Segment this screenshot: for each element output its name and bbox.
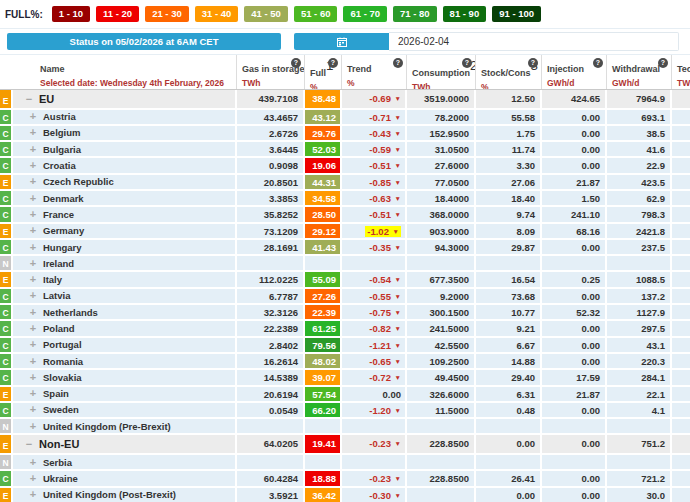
info-icon[interactable]: ?: [593, 58, 603, 68]
trend-value: [342, 256, 407, 272]
expand-icon[interactable]: +: [28, 143, 38, 156]
consumption-value: 326.6000: [407, 387, 476, 403]
country-name-cell[interactable]: +Ukraine: [13, 471, 237, 487]
expand-icon[interactable]: +: [28, 420, 38, 433]
column-header-gas[interactable]: Gas in storage?TWh: [237, 55, 305, 89]
collapse-icon[interactable]: −: [24, 91, 34, 107]
trend-down-icon: ▼: [395, 475, 401, 482]
expand-icon[interactable]: +: [28, 289, 38, 302]
expand-icon[interactable]: +: [28, 456, 38, 469]
calendar-button[interactable]: [294, 33, 389, 50]
injection-value: [542, 419, 607, 435]
expand-icon[interactable]: +: [28, 273, 38, 286]
expand-icon[interactable]: +: [28, 403, 38, 416]
expand-icon[interactable]: +: [28, 208, 38, 221]
stock-cons-value: 14.88: [476, 354, 542, 370]
expand-icon[interactable]: +: [28, 472, 38, 485]
country-name-cell[interactable]: +Czech Republic: [13, 175, 237, 191]
country-name-cell[interactable]: +France: [13, 207, 237, 223]
legend-range-chip[interactable]: 81 - 90: [443, 6, 487, 22]
info-icon[interactable]: ?: [528, 58, 538, 68]
country-name-cell[interactable]: +Sweden: [13, 403, 237, 419]
injection-value: 0.00: [542, 110, 607, 126]
country-name-cell[interactable]: +Germany: [13, 224, 237, 240]
column-header-trend[interactable]: Trend?%: [342, 55, 407, 89]
gas-in-storage-value: 22.2389: [237, 321, 305, 337]
column-header-tech[interactable]: TechTWh: [672, 55, 690, 89]
injection-value: 0.00: [542, 126, 607, 142]
legend-range-chip[interactable]: 31 - 40: [195, 6, 239, 22]
info-icon[interactable]: ?: [393, 58, 403, 68]
legend-range-chip[interactable]: 51 - 60: [294, 6, 338, 22]
expand-icon[interactable]: +: [28, 192, 38, 205]
expand-icon[interactable]: +: [28, 387, 38, 400]
trend-value: -0.23 ▼: [342, 435, 407, 455]
column-header-stock[interactable]: Stock/Cons3?%: [476, 55, 542, 89]
country-name-cell[interactable]: +Ireland: [13, 256, 237, 272]
country-name-cell[interactable]: −EU: [13, 90, 237, 110]
country-name-cell[interactable]: +Denmark: [13, 191, 237, 207]
expand-icon[interactable]: +: [28, 355, 38, 368]
trend-down-icon: ▼: [395, 195, 401, 202]
country-name-cell[interactable]: +Portugal: [13, 338, 237, 354]
expand-icon[interactable]: +: [28, 126, 38, 139]
country-name-cell[interactable]: +United Kingdom (Pre-Brexit): [13, 419, 237, 435]
full-percent-value: 55.09: [305, 272, 342, 288]
legend-range-chip[interactable]: 61 - 70: [343, 6, 387, 22]
status-button[interactable]: Status on 05/02/2026 at 6AM CET: [7, 33, 281, 50]
expand-icon[interactable]: +: [28, 110, 38, 123]
country-name-cell[interactable]: +Romania: [13, 354, 237, 370]
column-header-withdrawal[interactable]: Withdrawal?GWh/d: [607, 55, 672, 89]
expand-icon[interactable]: +: [28, 488, 38, 501]
country-name-cell[interactable]: −Non-EU: [13, 435, 237, 455]
column-header-consumption[interactable]: Consumption2?TWh: [407, 55, 476, 89]
country-name-cell[interactable]: +Croatia: [13, 158, 237, 174]
legend-range-chip[interactable]: 21 - 30: [145, 6, 189, 22]
info-icon[interactable]: ?: [328, 58, 338, 68]
country-name-cell[interactable]: +Austria: [13, 110, 237, 126]
status-badge: C: [0, 126, 13, 142]
column-header-full[interactable]: Full1?%: [305, 55, 342, 89]
column-header-name[interactable]: NameSelected date: Wednesday 4th Februar…: [0, 55, 237, 89]
expand-icon[interactable]: +: [28, 338, 38, 351]
legend-range-chip[interactable]: 91 - 100: [492, 6, 541, 22]
expand-icon[interactable]: +: [28, 306, 38, 319]
stock-cons-value: 0.00: [476, 488, 542, 502]
collapse-icon[interactable]: −: [24, 436, 34, 452]
withdrawal-value: 7964.9: [607, 90, 672, 110]
legend-range-chip[interactable]: 41 - 50: [244, 6, 288, 22]
expand-icon[interactable]: +: [28, 224, 38, 237]
expand-icon[interactable]: +: [28, 159, 38, 172]
country-name-cell[interactable]: +Slovakia: [13, 370, 237, 386]
trend-value: -1.02 ▼: [342, 224, 407, 240]
info-icon[interactable]: ?: [462, 58, 472, 68]
country-name-cell[interactable]: +Latvia: [13, 289, 237, 305]
country-name-cell[interactable]: +Poland: [13, 321, 237, 337]
country-name-cell[interactable]: +Italy: [13, 272, 237, 288]
consumption-value: 228.8500: [407, 471, 476, 487]
column-header-injection[interactable]: Injection?GWh/d: [542, 55, 607, 89]
country-name-cell[interactable]: +Hungary: [13, 240, 237, 256]
legend-range-chip[interactable]: 71 - 80: [393, 6, 437, 22]
country-name-cell[interactable]: +Bulgaria: [13, 142, 237, 158]
expand-icon[interactable]: +: [28, 257, 38, 270]
info-icon[interactable]: ?: [291, 58, 301, 68]
expand-icon[interactable]: +: [28, 241, 38, 254]
legend-range-chip[interactable]: 11 - 20: [96, 6, 139, 22]
country-name-cell[interactable]: +Netherlands: [13, 305, 237, 321]
full-percent-value: 48.02: [305, 354, 342, 370]
country-name: Portugal: [43, 338, 82, 351]
legend-range-chip[interactable]: 1 - 10: [52, 6, 90, 22]
country-name-cell[interactable]: +Spain: [13, 387, 237, 403]
trend-number: -0.23: [369, 438, 391, 449]
country-name-cell[interactable]: +United Kingdom (Post-Brexit): [13, 488, 237, 502]
expand-icon[interactable]: +: [28, 371, 38, 384]
country-name-cell[interactable]: +Serbia: [13, 455, 237, 471]
trend-down-icon: ▼: [395, 325, 401, 332]
country-name-cell[interactable]: +Belgium: [13, 126, 237, 142]
date-input[interactable]: [389, 32, 679, 51]
info-icon[interactable]: ?: [658, 58, 668, 68]
expand-icon[interactable]: +: [28, 175, 38, 188]
country-name: Spain: [43, 387, 69, 400]
expand-icon[interactable]: +: [28, 322, 38, 335]
